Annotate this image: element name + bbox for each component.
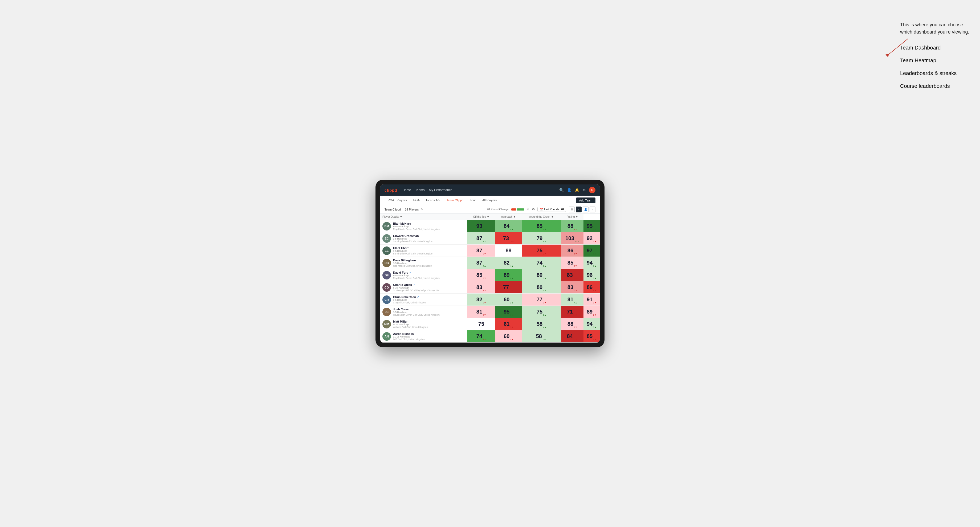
col-header-off-tee[interactable]: Off the Tee ▼ — [467, 214, 495, 220]
tab-all-players[interactable]: All Players — [479, 195, 500, 205]
score-value: 60 — [504, 333, 509, 339]
col-header-around-green[interactable]: Around the Green ▼ — [522, 214, 562, 220]
player-cell-4[interactable]: DFDavid Ford✓Plus HandicapRoyal North De… — [380, 269, 467, 281]
score-value: 80 — [536, 272, 542, 278]
team-controls: 20 Round Change -5 +5 📅 Last Rounds: 20 … — [487, 206, 595, 213]
score-value: 94 — [587, 321, 593, 327]
add-team-button[interactable]: Add Team — [576, 197, 595, 203]
score-value: 85 — [568, 260, 573, 266]
table-row[interactable]: MMMatt Miller6-10 HandicapWoburn Golf Cl… — [380, 318, 600, 330]
score-change: 1▼ — [510, 338, 513, 341]
table-row[interactable]: CQCharlie Quick✓6-10 HandicapSt. George'… — [380, 281, 600, 294]
table-row[interactable]: CRChris Robertson✓1-5 HandicapCraigmilla… — [380, 294, 600, 306]
table-row[interactable]: BMBlair McHargPlus HandicapRoyal North D… — [380, 220, 600, 232]
user-avatar[interactable]: U — [589, 187, 595, 193]
score-value: 85 — [476, 272, 482, 278]
settings-icon[interactable]: ⚙ — [582, 188, 586, 192]
list-view-button[interactable]: ≡ — [576, 206, 582, 213]
edit-icon[interactable]: ✎ — [421, 208, 423, 211]
player-handicap: 1-5 Handicap — [393, 237, 433, 240]
navbar: clippd Home Teams My Performance 🔍 👤 🔔 ⚙… — [380, 184, 600, 195]
annotation-arrow-svg — [884, 37, 911, 59]
bar-positive — [517, 208, 524, 211]
download-button[interactable]: ↓ — [590, 206, 595, 213]
table-row[interactable]: ECEdward Crossman1-5 HandicapSunningdale… — [380, 232, 600, 244]
nav-home[interactable]: Home — [402, 187, 411, 193]
tab-hcaps[interactable]: Hcaps 1-5 — [423, 195, 443, 205]
player-cell-1[interactable]: ECEdward Crossman1-5 HandicapSunningdale… — [380, 232, 467, 244]
user-icon[interactable]: 👤 — [567, 188, 571, 192]
player-cell-8[interactable]: MMMatt Miller6-10 HandicapWoburn Golf Cl… — [380, 318, 467, 330]
brand-logo: clippd — [385, 188, 397, 192]
player-cell-0[interactable]: BMBlair McHargPlus HandicapRoyal North D… — [380, 220, 467, 232]
player-name: David Ford✓ — [393, 271, 440, 274]
last-rounds-button[interactable]: 📅 Last Rounds: 20 — [538, 207, 566, 212]
score-value: 85 — [536, 223, 542, 229]
score-change: 2▲ — [510, 302, 513, 304]
player-avatar: AN — [382, 332, 391, 341]
bell-icon[interactable]: 🔔 — [575, 188, 579, 192]
bar-negative — [511, 208, 516, 211]
score-value: 75 — [536, 309, 542, 315]
table-row[interactable]: ANAaron Nicholls11-15 HandicapDrift Golf… — [380, 330, 600, 343]
ipad-screen: clippd Home Teams My Performance 🔍 👤 🔔 ⚙… — [380, 184, 600, 343]
table-row[interactable]: DFDavid Ford✓Plus HandicapRoyal North De… — [380, 269, 600, 281]
nav-my-performance[interactable]: My Performance — [429, 187, 452, 193]
score-around_green: 7111▼ — [562, 306, 584, 318]
nav-teams[interactable]: Teams — [415, 187, 425, 193]
score-change: 4▲ — [574, 302, 577, 304]
score-change: 14▼ — [509, 289, 514, 292]
player-cell-3[interactable]: DBDave Billingham1-5 HandicapGog Magog G… — [380, 257, 467, 269]
player-cell-9[interactable]: ANAaron Nicholls11-15 HandicapDrift Golf… — [380, 330, 467, 343]
player-avatar: MM — [382, 320, 391, 329]
score-off_tee: 824▲ — [495, 257, 522, 269]
score-change: 3▼ — [483, 302, 486, 304]
grid-view-button[interactable]: ⊞ — [569, 206, 575, 213]
player-cell-7[interactable]: JCJosh Coles1-5 HandicapRoyal North Devo… — [380, 306, 467, 318]
table-row[interactable]: EEElliot Ebert1-5 HandicapSunningdale Go… — [380, 244, 600, 257]
col-header-putting[interactable]: Putting ▼ — [562, 214, 584, 220]
player-avatar: EE — [382, 246, 391, 255]
score-off_tee: 602▲ — [495, 294, 522, 306]
player-name: Chris Robertson✓ — [393, 295, 426, 298]
score-change: 3▼ — [593, 302, 596, 304]
player-cell-5[interactable]: CQCharlie Quick✓6-10 HandicapSt. George'… — [380, 281, 467, 294]
score-value: 97 — [587, 248, 593, 254]
player-handicap: 1-5 Handicap — [393, 311, 440, 314]
score-change: 3▲ — [543, 277, 546, 279]
player-club: Royal North Devon Golf Club, United King… — [393, 228, 440, 230]
score-value: 74 — [476, 333, 482, 339]
tab-tour[interactable]: Tour — [466, 195, 479, 205]
player-club: Woburn Golf Club, United Kingdom — [393, 326, 428, 329]
score-change: 6▼ — [574, 252, 577, 255]
player-cell-2[interactable]: EEElliot Ebert1-5 HandicapSunningdale Go… — [380, 244, 467, 257]
table-row[interactable]: JCJosh Coles1-5 HandicapRoyal North Devo… — [380, 306, 600, 318]
svg-line-0 — [887, 39, 908, 56]
score-off_tee: 846▲ — [495, 220, 522, 232]
score-value: 88 — [506, 248, 511, 254]
player-cell-6[interactable]: CRChris Robertson✓1-5 HandicapCraigmilla… — [380, 294, 467, 306]
tab-team-clippd[interactable]: Team Clippd — [444, 195, 467, 205]
col-header-approach[interactable]: Approach ▼ — [495, 214, 522, 220]
annotation-item-4: Course leaderboards — [900, 82, 975, 90]
search-icon[interactable]: 🔍 — [559, 188, 564, 192]
col-header-player[interactable]: Player Quality ▼ — [380, 214, 467, 220]
team-name: Team Clippd | 14 Players — [385, 208, 418, 211]
score-value: 58 — [536, 333, 542, 339]
score-value: 87 — [476, 235, 482, 241]
score-putting: 913▼ — [584, 294, 600, 306]
score-value: 81 — [568, 297, 573, 303]
score-change: 21▼ — [573, 338, 578, 341]
table-row[interactable]: DBDave Billingham1-5 HandicapGog Magog G… — [380, 257, 600, 269]
score-value: 58 — [536, 321, 542, 327]
player-club: Sunningdale Golf Club, United Kingdom — [393, 240, 433, 243]
score-value: 88 — [568, 223, 573, 229]
avatar-view-button[interactable]: 👤 — [583, 206, 589, 213]
score-off_tee: 613▼ — [495, 318, 522, 330]
score-value: 88 — [568, 321, 573, 327]
tab-pga[interactable]: PGA — [410, 195, 423, 205]
tab-pgat-players[interactable]: PGAT Players — [385, 195, 410, 205]
score-approach: 5810▲ — [522, 330, 562, 343]
score-quality: 748▼ — [467, 330, 495, 343]
score-value: 71 — [567, 309, 573, 315]
